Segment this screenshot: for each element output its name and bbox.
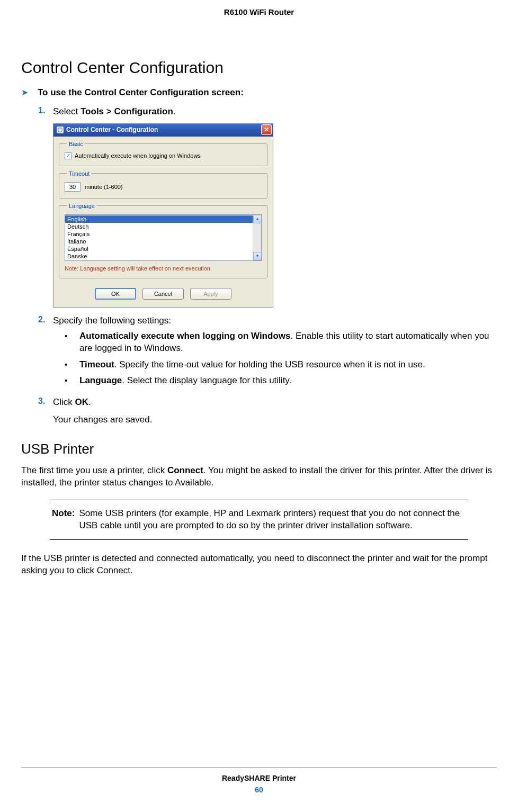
step-number: 3. — [38, 396, 53, 406]
step-text: Click — [53, 397, 75, 407]
step-body: Click OK. Your changes are saved. — [53, 396, 497, 426]
page-header: R6100 WiFi Router — [0, 0, 518, 16]
bullet-mark: • — [65, 330, 79, 355]
language-item[interactable]: Danske — [65, 252, 261, 260]
step-text: Select — [53, 106, 81, 116]
group-basic-legend: Basic — [67, 141, 85, 147]
language-item[interactable]: Español — [65, 245, 261, 252]
section-title-usb-printer: USB Printer — [21, 441, 497, 457]
timeout-unit: minute (1-600) — [85, 184, 123, 190]
step-body: Select Tools > Configuration. — [53, 106, 497, 118]
note-row: Note: Some USB printers (for example, HP… — [52, 508, 466, 532]
checkbox-row: ✓ Automatically execute when logging on … — [65, 152, 262, 159]
bullet-body: Automatically execute when logging on Wi… — [79, 330, 497, 355]
step-2: 2. Specify the following settings: • Aut… — [38, 315, 497, 392]
language-item[interactable]: Deutsch — [65, 223, 261, 230]
step-3: 3. Click OK. Your changes are saved. — [38, 396, 497, 426]
bullet-mark: • — [65, 375, 79, 387]
step-bold: OK — [75, 397, 89, 407]
dialog-title: Control Center - Configuration — [66, 126, 158, 133]
procedure-heading: ➤ To use the Control Center Configuratio… — [21, 87, 497, 98]
ok-button[interactable]: OK — [95, 288, 136, 300]
step-body: Specify the following settings: • Automa… — [53, 315, 497, 392]
timeout-row: 30 minute (1-600) — [65, 182, 262, 192]
step-bold: Tools > Configuration — [81, 106, 173, 116]
bullet-item: • Language. Select the display language … — [65, 375, 497, 387]
procedure-heading-text: To use the Control Center Configuration … — [38, 87, 244, 98]
dialog-body: Basic ✓ Automatically execute when loggi… — [53, 137, 273, 288]
language-item[interactable]: Italiano — [65, 238, 261, 245]
bullet-item: • Automatically execute when logging on … — [65, 330, 497, 355]
step-text: . — [88, 397, 91, 407]
language-item[interactable]: English — [65, 215, 261, 223]
group-timeout: Timeout 30 minute (1-600) — [59, 170, 267, 199]
page-content: Control Center Configuration ➤ To use th… — [0, 59, 518, 577]
arrow-icon: ➤ — [21, 87, 28, 98]
gear-icon — [57, 127, 64, 133]
bullet-text: . Specify the time-out value for holding… — [114, 359, 425, 369]
bullet-body: Timeout. Specify the time-out value for … — [79, 359, 497, 371]
group-basic: Basic ✓ Automatically execute when loggi… — [59, 141, 267, 166]
group-timeout-legend: Timeout — [67, 170, 92, 177]
page-footer: ReadySHARE Printer 60 — [21, 767, 497, 794]
bullet-bold: Timeout — [79, 359, 114, 369]
step-result: Your changes are saved. — [53, 414, 497, 426]
para-bold: Connect — [167, 465, 203, 475]
titlebar-left: Control Center - Configuration — [57, 126, 158, 133]
bullet-item: • Timeout. Specify the time-out value fo… — [65, 359, 497, 371]
close-button[interactable]: ✕ — [261, 124, 272, 135]
language-item[interactable]: Français — [65, 230, 261, 238]
bullet-body: Language. Select the display language fo… — [79, 375, 497, 387]
step-number: 2. — [38, 315, 53, 324]
bullet-bold: Language — [79, 375, 122, 385]
bullet-text: . Select the display language for this u… — [122, 375, 291, 385]
language-note: Note: Language setting will take effect … — [65, 265, 262, 272]
dialog-buttons: OK Cancel Apply — [53, 288, 273, 307]
para-text: The first time you use a printer, click — [21, 465, 167, 475]
step-1: 1. Select Tools > Configuration. — [38, 106, 497, 118]
titlebar: Control Center - Configuration ✕ — [53, 124, 273, 137]
bullet-bold: Automatically execute when logging on Wi… — [79, 331, 290, 341]
timeout-input[interactable]: 30 — [65, 182, 81, 192]
apply-button[interactable]: Apply — [190, 288, 231, 300]
step-text: Specify the following settings: — [53, 315, 171, 326]
checkbox-label: Automatically execute when logging on Wi… — [75, 152, 201, 159]
config-dialog: Control Center - Configuration ✕ Basic ✓… — [53, 123, 273, 308]
language-items: English Deutsch Français Italiano Españo… — [65, 215, 261, 260]
bullet-list: • Automatically execute when logging on … — [53, 330, 497, 387]
note-label: Note: — [52, 508, 75, 532]
language-listbox[interactable]: English Deutsch Français Italiano Españo… — [65, 214, 262, 261]
close-icon: ✕ — [264, 126, 269, 133]
step-number: 1. — [38, 106, 53, 115]
steps-list-cont: 2. Specify the following settings: • Aut… — [21, 315, 497, 427]
scrollbar[interactable]: ▲ ▼ — [253, 215, 261, 260]
note-text: Some USB printers (for example, HP and L… — [79, 508, 466, 532]
scroll-down-button[interactable]: ▼ — [253, 252, 262, 260]
paragraph: If the USB printer is detected and conne… — [21, 553, 497, 577]
step-text: . — [173, 106, 176, 116]
footer-page-number: 60 — [21, 786, 497, 794]
steps-list: 1. Select Tools > Configuration. — [21, 106, 497, 118]
group-language-legend: Language — [67, 203, 97, 209]
section-title-control-center: Control Center Configuration — [21, 59, 497, 77]
scroll-up-button[interactable]: ▲ — [253, 215, 262, 223]
note-block: Note: Some USB printers (for example, HP… — [50, 500, 468, 540]
bullet-mark: • — [65, 359, 79, 371]
group-language: Language English Deutsch Français Italia… — [59, 203, 267, 278]
cancel-button[interactable]: Cancel — [142, 288, 184, 300]
footer-title: ReadySHARE Printer — [21, 774, 497, 782]
paragraph: The first time you use a printer, click … — [21, 465, 497, 489]
auto-execute-checkbox[interactable]: ✓ — [65, 152, 72, 159]
